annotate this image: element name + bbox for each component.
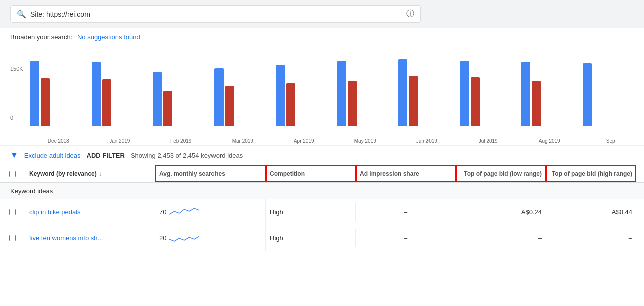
chart-group — [153, 72, 209, 126]
ad-impression-value-1: – — [404, 208, 407, 216]
chart-group — [92, 62, 148, 126]
sparkline-2 — [169, 230, 199, 246]
sort-arrow-icon[interactable]: ↓ — [99, 170, 102, 177]
bar-red — [286, 83, 295, 126]
bar-blue — [92, 62, 101, 126]
bar-blue — [276, 65, 285, 126]
ad-impression-value-2: – — [404, 234, 407, 242]
td-top-bid-low-1: A$0.24 — [456, 203, 546, 221]
th-competition: Competition — [266, 165, 356, 182]
th-checkbox — [0, 165, 25, 182]
competition-value-2: High — [270, 234, 283, 242]
add-filter-button[interactable]: ADD FILTER — [87, 152, 125, 159]
chart-group — [214, 68, 271, 126]
chart-x-label: May 2019 — [337, 136, 394, 144]
th-top-bid-low: Top of page bid (low range) — [456, 165, 546, 182]
chart-zero-label: 0 — [10, 115, 13, 121]
bar-blue — [521, 62, 530, 126]
chart-group — [460, 61, 517, 126]
bar-red — [348, 81, 357, 126]
keyword-text-2: five ten womens mtb sh... — [29, 234, 103, 242]
td-top-bid-low-2: – — [456, 229, 546, 247]
th-ad-impression: Ad impression share — [356, 165, 456, 182]
bar-red — [471, 77, 480, 126]
bar-red — [409, 76, 418, 126]
th-keyword: Keyword (by relevance) ↓ — [25, 165, 155, 182]
search-bar-container: 🔍 Site: https://rei.com ⓘ — [0, 0, 644, 28]
td-competition-1: High — [266, 203, 356, 221]
chart-group — [337, 61, 394, 126]
row-checkbox-1[interactable] — [9, 209, 16, 215]
chart-x-label: Mar 2019 — [214, 136, 271, 144]
td-ad-impression-1: – — [356, 203, 456, 221]
td-top-bid-high-2: – — [546, 229, 636, 247]
th-avg-monthly-label: Avg. monthly searches — [159, 170, 225, 177]
row-checkbox-2[interactable] — [9, 235, 16, 241]
th-ad-impression-label: Ad impression share — [360, 170, 419, 177]
bar-red — [225, 86, 234, 126]
table-header: Keyword (by relevance) ↓ Avg. monthly se… — [0, 165, 644, 183]
th-competition-label: Competition — [270, 170, 305, 177]
bar-red — [102, 79, 111, 126]
broaden-section: Broaden your search: No suggestions foun… — [0, 28, 644, 46]
chart-x-label: Feb 2019 — [153, 136, 209, 144]
chart-x-label: Sep — [583, 136, 639, 144]
keyword-text-1: clip in bike pedals — [29, 208, 81, 216]
table-row: clip in bike pedals 70 High – A$0.24 A$0… — [0, 199, 644, 225]
sparkline-1 — [169, 204, 199, 220]
th-keyword-label: Keyword (by relevance) — [29, 170, 97, 177]
chart-group — [398, 59, 455, 126]
showing-text: Showing 2,453 of 2,454 keyword ideas — [131, 152, 243, 159]
td-checkbox-2 — [0, 230, 25, 246]
chart-x-label: Aug 2019 — [521, 136, 578, 144]
chart-x-label: Jul 2019 — [460, 136, 517, 144]
chart-x-labels: Dec 2018Jan 2019Feb 2019Mar 2019Apr 2019… — [5, 136, 639, 144]
td-keyword-1: clip in bike pedals — [25, 203, 155, 221]
competition-value-1: High — [270, 208, 283, 216]
chart-x-label: Apr 2019 — [276, 136, 332, 144]
search-bar[interactable]: 🔍 Site: https://rei.com ⓘ — [10, 5, 421, 23]
keyword-ideas-label: Keyword ideas — [0, 183, 644, 199]
chart-x-label: Dec 2018 — [30, 136, 87, 144]
bar-red — [41, 78, 50, 126]
top-bid-high-value-1: A$0.44 — [612, 208, 632, 216]
td-keyword-2: five ten womens mtb sh... — [25, 229, 155, 247]
bar-blue — [30, 61, 39, 126]
chart-group — [276, 65, 332, 126]
bar-blue — [398, 59, 407, 126]
top-bid-low-value-1: A$0.24 — [521, 208, 542, 216]
td-ad-impression-2: – — [356, 229, 456, 247]
chart-group — [583, 63, 639, 126]
search-icon: 🔍 — [17, 10, 26, 19]
th-top-bid-high: Top of page bid (high range) — [546, 165, 636, 182]
top-bid-high-value-2: – — [629, 234, 632, 242]
bar-blue — [337, 61, 346, 126]
th-avg-monthly: Avg. monthly searches — [155, 165, 266, 182]
exclude-adult-link[interactable]: Exclude adult ideas — [24, 152, 81, 159]
info-icon[interactable]: ⓘ — [406, 9, 414, 19]
filter-bar: ▼ Exclude adult ideas ADD FILTER Showing… — [0, 146, 644, 165]
bar-blue — [153, 72, 162, 126]
th-top-bid-low-label: Top of page bid (low range) — [464, 170, 542, 177]
bar-blue — [214, 68, 224, 126]
td-top-bid-high-1: A$0.44 — [546, 203, 636, 221]
td-avg-monthly-1: 70 — [155, 199, 266, 225]
top-bid-low-value-2: – — [538, 234, 542, 242]
avg-monthly-value-1: 70 — [159, 208, 166, 216]
bar-blue — [460, 61, 469, 126]
chart-x-label: Jan 2019 — [92, 136, 148, 144]
avg-monthly-value-2: 20 — [159, 234, 166, 242]
filter-icon: ▼ — [10, 151, 18, 160]
td-avg-monthly-2: 20 — [155, 225, 266, 251]
chart-x-label: Jun 2019 — [398, 136, 455, 144]
table-row: five ten womens mtb sh... 20 High – – – — [0, 225, 644, 251]
chart-group — [30, 61, 87, 126]
th-top-bid-high-label: Top of page bid (high range) — [552, 170, 632, 177]
broaden-suggestion: No suggestions found — [77, 33, 140, 41]
select-all-checkbox[interactable] — [9, 171, 16, 177]
td-checkbox-1 — [0, 204, 25, 220]
td-competition-2: High — [266, 229, 356, 247]
bar-red — [532, 81, 541, 126]
bar-red — [163, 91, 172, 126]
broaden-label: Broaden your search: — [10, 33, 72, 41]
